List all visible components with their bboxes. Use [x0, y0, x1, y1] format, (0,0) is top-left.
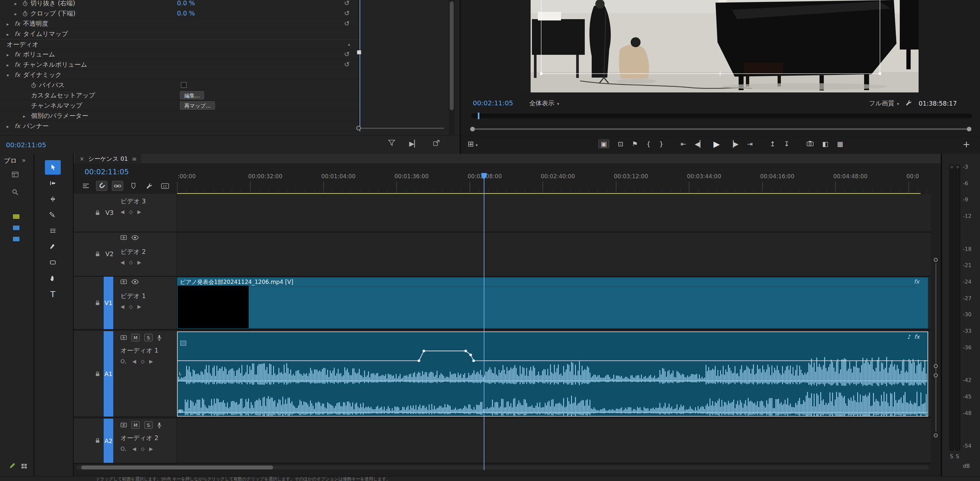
expand-panel-icon[interactable]: »: [22, 157, 26, 164]
timeline-playhead[interactable]: [484, 174, 484, 470]
zoom-level-dropdown[interactable]: 全体表示▾: [529, 99, 559, 108]
label-swatch-yellow[interactable]: [13, 214, 20, 219]
reset-parameter-icon[interactable]: ↺: [344, 8, 350, 19]
track-select-forward-tool[interactable]: [45, 176, 61, 190]
add-keyframe-button[interactable]: ◇: [141, 359, 145, 365]
project-panel-title[interactable]: プロ: [4, 157, 17, 165]
play-audio-icon[interactable]: ▶▏: [409, 140, 419, 148]
stopwatch-icon[interactable]: [31, 83, 36, 88]
track-lock-icon[interactable]: [95, 210, 100, 216]
stopwatch-icon[interactable]: [22, 11, 28, 16]
sync-lock-icon[interactable]: [121, 335, 127, 340]
track-lock-icon[interactable]: [95, 251, 100, 257]
effect-timeline-zoombar[interactable]: [358, 128, 444, 129]
video-clip[interactable]: ピアノ発表会1部20241124_1206.mp4 [V] fx: [177, 277, 928, 329]
track-lock-icon[interactable]: [95, 438, 100, 443]
voiceover-record-icon[interactable]: [157, 422, 161, 428]
playback-quality-dropdown[interactable]: フル画質▾: [869, 99, 899, 108]
timeline-timecode[interactable]: 00:02:11:05: [84, 168, 129, 176]
settings-grid-icon[interactable]: ⊞: [468, 140, 474, 148]
collapse-section-icon[interactable]: ▴: [348, 39, 350, 49]
sync-lock-icon[interactable]: [121, 279, 127, 284]
sync-lock-icon[interactable]: [121, 235, 127, 240]
voiceover-record-icon[interactable]: [157, 335, 161, 341]
search-icon[interactable]: [12, 189, 18, 195]
filter-properties-icon[interactable]: [388, 140, 395, 148]
param-value[interactable]: 0.0 %: [177, 8, 195, 19]
chevron-right-icon[interactable]: ▸: [6, 29, 14, 40]
zoombar-right-knob[interactable]: [967, 127, 971, 132]
reset-parameter-icon[interactable]: ↺: [344, 0, 350, 8]
audio-scroll-segment[interactable]: [935, 339, 936, 432]
reset-parameter-icon[interactable]: ↺: [344, 49, 350, 59]
add-keyframe-button[interactable]: ◇: [141, 446, 145, 452]
next-keyframe-button[interactable]: ▶: [149, 446, 153, 452]
track-output-icon[interactable]: [131, 279, 139, 284]
track-header-a1[interactable]: A1MSオーディオ 1O,◀◇▶: [74, 331, 177, 417]
effect-timeline-zoom-knob[interactable]: [356, 126, 361, 130]
chevron-right-icon[interactable]: ▸: [14, 0, 22, 9]
mark-out-button[interactable]: }: [659, 141, 663, 147]
go-to-in-button[interactable]: ⇤: [681, 141, 686, 147]
keyframe-display-menu[interactable]: O,: [121, 358, 126, 365]
track-header-a2[interactable]: A2MSオーディオ 2O,◀◇▶: [74, 419, 177, 464]
keyframe-display-menu[interactable]: O,: [121, 446, 126, 452]
previous-keyframe-button[interactable]: ◀: [121, 304, 124, 310]
add-keyframe-button[interactable]: ◇: [129, 259, 133, 265]
add-button-icon[interactable]: +: [963, 139, 970, 149]
step-forward-button[interactable]: ▕▶: [729, 141, 739, 147]
param-button[interactable]: 再マップ...: [180, 102, 215, 110]
snap[interactable]: [96, 181, 107, 191]
safe-margins-button[interactable]: ▣: [598, 140, 609, 148]
selection-tool[interactable]: [45, 160, 61, 175]
previous-keyframe-button[interactable]: ◀: [132, 359, 136, 365]
add-marker[interactable]: [128, 181, 139, 191]
previous-keyframe-button[interactable]: ◀: [132, 446, 136, 452]
chevron-right-icon[interactable]: ▸: [6, 122, 14, 132]
add-marker-button[interactable]: ⚑: [632, 141, 638, 147]
scrollbar-thumb[interactable]: [450, 1, 454, 110]
add-keyframe-button[interactable]: ◇: [129, 304, 133, 310]
play-button[interactable]: ▶: [714, 140, 720, 148]
label-swatch-blue-1[interactable]: [13, 225, 20, 230]
go-to-out-button[interactable]: ⇥: [747, 141, 753, 147]
scroll-handle[interactable]: [934, 258, 938, 262]
lift-button[interactable]: ↥: [770, 141, 776, 147]
next-keyframe-button[interactable]: ▶: [137, 209, 141, 215]
slip-tool[interactable]: [45, 224, 61, 238]
chevron-right-icon[interactable]: ▸: [6, 19, 14, 29]
monitor-playhead[interactable]: [478, 113, 479, 119]
edit-pencil-icon[interactable]: [9, 462, 16, 469]
program-video-frame[interactable]: [521, 0, 919, 92]
scroll-handle[interactable]: [934, 433, 938, 437]
volume-slider-handle[interactable]: [357, 50, 361, 54]
track-lane-v2[interactable]: [177, 232, 931, 277]
chevron-right-icon[interactable]: ▸: [6, 60, 14, 70]
chevron-right-icon[interactable]: ▸: [14, 9, 22, 19]
track-target-a2[interactable]: A2: [104, 419, 113, 463]
mark-in-button[interactable]: {: [646, 141, 651, 147]
solo-right-button[interactable]: S: [956, 454, 959, 460]
track-target-v1[interactable]: V1: [104, 277, 113, 329]
export-keyframes-icon[interactable]: [433, 140, 440, 148]
reset-parameter-icon[interactable]: ↺: [344, 19, 350, 29]
track-header-v3[interactable]: V3ビデオ 3◀◇▶: [74, 194, 177, 232]
output-settings-button[interactable]: ⊡: [618, 141, 624, 147]
sync-lock-icon[interactable]: [121, 422, 127, 427]
multi-camera-button[interactable]: ▦: [837, 141, 843, 147]
icon-view-icon[interactable]: [21, 464, 27, 469]
chevron-down-icon[interactable]: ▾: [6, 70, 14, 81]
time-ruler[interactable]: :00:0000:00:32:0000:01:04:0000:01:36:000…: [177, 173, 931, 181]
comparison-view-button[interactable]: ◧: [822, 141, 829, 147]
timeline-display-settings[interactable]: [80, 181, 91, 191]
stopwatch-icon[interactable]: [22, 1, 28, 6]
bypass-checkbox[interactable]: [181, 82, 186, 88]
next-keyframe-button[interactable]: ▶: [137, 304, 141, 310]
scroll-handle[interactable]: [934, 364, 938, 368]
add-keyframe-button[interactable]: ◇: [129, 209, 133, 215]
effect-timeline-playhead[interactable]: [360, 0, 360, 132]
mute-button[interactable]: M: [131, 334, 140, 341]
param-button[interactable]: 編集...: [180, 91, 204, 99]
mute-button[interactable]: M: [131, 421, 140, 429]
scroll-handle[interactable]: [934, 373, 938, 377]
